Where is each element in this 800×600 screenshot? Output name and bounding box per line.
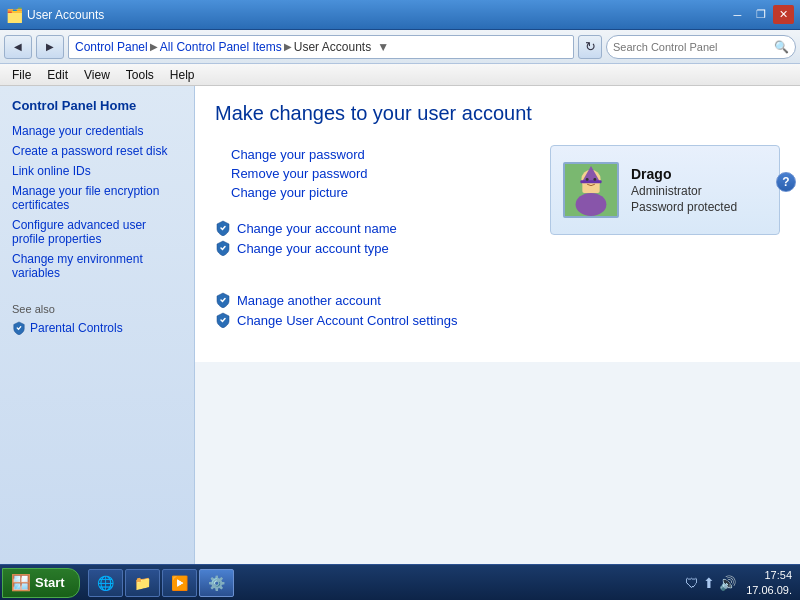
breadcrumb-dropdown-icon[interactable]: ▼ [377,40,389,54]
avatar [563,162,619,218]
taskbar-control-panel[interactable]: ⚙️ [199,569,234,597]
title-bar-left: 🗂️ User Accounts [6,7,104,23]
ie-icon: 🌐 [97,575,114,591]
breadcrumb-item-1[interactable]: Control Panel [75,40,148,54]
menu-file[interactable]: File [4,66,39,84]
breadcrumb-sep-2: ▶ [284,41,292,52]
link-change-name[interactable]: Change your account name [215,218,530,238]
clock-time: 17:54 [746,568,792,582]
network-tray-icon[interactable]: ⬆ [703,575,715,591]
link-manage-account[interactable]: Manage another account [215,290,530,310]
sidebar-link-credentials[interactable]: Manage your credentials [0,121,194,141]
clock-date: 17.06.09. [746,583,792,597]
links-column: Change your password Remove your passwor… [215,145,530,346]
menu-view[interactable]: View [76,66,118,84]
address-bar: ◀ ▶ Control Panel ▶ All Control Panel It… [0,30,800,64]
link-change-type-label: Change your account type [237,241,389,256]
sidebar-link-profile[interactable]: Configure advanced user profile properti… [0,215,194,249]
svg-point-7 [593,178,596,181]
user-status: Password protected [631,200,737,214]
shield-links-group: Change your account name Change your acc… [215,218,530,258]
help-button[interactable]: ? [776,172,796,192]
sidebar-link-encryption[interactable]: Manage your file encryption certificates [0,181,194,215]
sidebar-link-environment[interactable]: Change my environment variables [0,249,194,283]
search-icon: 🔍 [774,40,789,54]
avatar-image [565,163,617,217]
content-wrapper: ? Make changes to your user account Chan… [195,86,800,564]
plain-links-group: Change your password Remove your passwor… [215,145,530,202]
start-orb-icon: 🪟 [11,573,31,592]
menu-help[interactable]: Help [162,66,203,84]
breadcrumb-sep-1: ▶ [150,41,158,52]
minimize-button[interactable]: ─ [727,5,748,24]
main-layout: Control Panel Home Manage your credentia… [0,86,800,564]
user-name: Drago [631,166,737,182]
shield-parental-icon [12,321,26,335]
user-card: Drago Administrator Password protected [550,145,780,235]
start-label: Start [35,575,65,590]
svg-point-6 [586,178,589,181]
link-change-picture[interactable]: Change your picture [215,183,530,202]
sidebar-link-parental[interactable]: Parental Controls [0,319,194,337]
refresh-button[interactable]: ↻ [578,35,602,59]
sidebar-link-online-ids[interactable]: Link online IDs [0,161,194,181]
link-change-name-label: Change your account name [237,221,397,236]
breadcrumb[interactable]: Control Panel ▶ All Control Panel Items … [68,35,574,59]
taskbar-explorer[interactable]: 📁 [125,569,160,597]
section-sep [215,274,530,290]
shield-type-icon [215,240,231,256]
link-manage-account-label: Manage another account [237,293,381,308]
forward-button[interactable]: ▶ [36,35,64,59]
close-button[interactable]: ✕ [773,5,794,24]
antivirus-tray-icon[interactable]: 🛡 [685,575,699,591]
menu-bar: File Edit View Tools Help [0,64,800,86]
bottom-links-group: Manage another account Change User Accou… [215,290,530,330]
explorer-icon: 📁 [134,575,151,591]
page-title: Make changes to your user account [215,102,780,125]
taskbar-ie[interactable]: 🌐 [88,569,123,597]
link-change-password[interactable]: Change your password [215,145,530,164]
link-uac-label: Change User Account Control settings [237,313,457,328]
content-area: Make changes to your user account Change… [195,86,800,362]
maximize-button[interactable]: ❐ [750,5,771,24]
window-title: User Accounts [27,8,104,22]
sidebar: Control Panel Home Manage your credentia… [0,86,195,564]
link-uac-settings[interactable]: Change User Account Control settings [215,310,530,330]
shield-manage-icon [215,292,231,308]
taskbar: 🪟 Start 🌐 📁 ▶️ ⚙️ 🛡 ⬆ 🔊 17:54 17.06.09. [0,564,800,600]
user-info: Drago Administrator Password protected [631,166,737,214]
content-flex: Change your password Remove your passwor… [215,145,780,346]
system-clock: 17:54 17.06.09. [740,568,792,597]
link-remove-password[interactable]: Remove your password [215,164,530,183]
title-controls: ─ ❐ ✕ [727,5,794,24]
start-button[interactable]: 🪟 Start [2,568,80,598]
taskbar-tray: 🛡 ⬆ 🔊 17:54 17.06.09. [679,565,798,600]
svg-rect-5 [580,180,601,183]
svg-point-2 [576,193,607,216]
title-bar: 🗂️ User Accounts ─ ❐ ✕ [0,0,800,30]
breadcrumb-item-3[interactable]: User Accounts [294,40,371,54]
menu-edit[interactable]: Edit [39,66,76,84]
link-change-type[interactable]: Change your account type [215,238,530,258]
shield-name-icon [215,220,231,236]
sidebar-title[interactable]: Control Panel Home [0,94,194,121]
search-input[interactable] [613,41,770,53]
volume-tray-icon[interactable]: 🔊 [719,575,736,591]
shield-uac-icon [215,312,231,328]
breadcrumb-item-2[interactable]: All Control Panel Items [160,40,282,54]
menu-tools[interactable]: Tools [118,66,162,84]
sidebar-parental-label: Parental Controls [30,321,123,335]
sidebar-link-password-reset[interactable]: Create a password reset disk [0,141,194,161]
back-button[interactable]: ◀ [4,35,32,59]
sidebar-divider [0,283,194,295]
taskbar-media[interactable]: ▶️ [162,569,197,597]
media-icon: ▶️ [171,575,188,591]
sidebar-see-also-label: See also [0,295,194,319]
search-box: 🔍 [606,35,796,59]
control-panel-icon: ⚙️ [208,575,225,591]
user-role: Administrator [631,184,737,198]
